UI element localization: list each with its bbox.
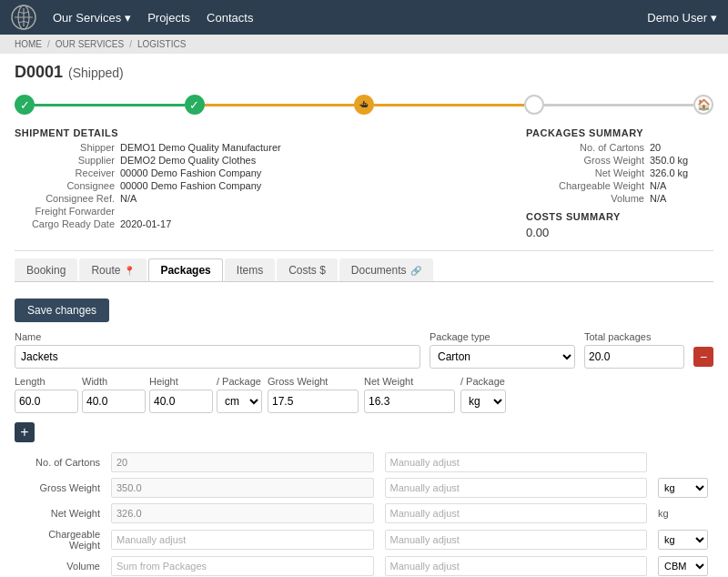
summary-cell-volume-value — [106, 553, 379, 577]
summary-cartons: No. of Cartons 20 — [526, 142, 713, 153]
chevron-down-icon: ▾ — [125, 11, 131, 25]
summary-cell-cartons-adjust — [379, 450, 653, 475]
tab-booking[interactable]: Booking — [15, 258, 77, 281]
form-group-name: Name — [15, 331, 420, 369]
shipment-details-title: SHIPMENT DETAILS — [15, 127, 508, 138]
breadcrumb-logistics[interactable]: LOGISTICS — [137, 39, 186, 49]
length-input[interactable] — [15, 390, 78, 413]
label-length: Length — [15, 376, 76, 387]
user-menu[interactable]: Demo User ▾ — [647, 11, 717, 25]
pin-icon: 📍 — [124, 266, 135, 276]
nav-our-services[interactable]: Our Services ▾ — [53, 11, 131, 25]
step-delivered: 🏠 — [693, 95, 713, 115]
remove-package-button[interactable]: − — [693, 347, 713, 367]
step-line-1 — [35, 104, 185, 106]
check-icon-1: ✓ — [20, 98, 30, 112]
volume-unit-select[interactable]: CBM CFT — [658, 556, 708, 576]
summary-row-volume: Volume CBM CFT — [15, 553, 713, 577]
divider-1 — [15, 250, 713, 251]
link-icon: 🔗 — [410, 266, 421, 276]
gross-weight-input[interactable] — [268, 390, 359, 413]
costs-value: 0.00 — [526, 226, 713, 239]
net-weight-adjust-input[interactable] — [385, 503, 648, 523]
navbar-left: Our Services ▾ Projects Contacts — [11, 5, 253, 30]
summary-label-gross: Gross Weight — [15, 475, 106, 501]
summary-cell-volume-unit: CBM CFT — [652, 553, 713, 577]
gross-weight-value-input[interactable] — [111, 478, 374, 498]
page-status: (Shipped) — [68, 66, 124, 80]
step-arrived — [524, 95, 544, 115]
chargeable-adjust-input[interactable] — [385, 530, 648, 550]
volume-value-input[interactable] — [111, 556, 374, 576]
dim-unit-select[interactable]: cm in — [217, 390, 262, 413]
detail-shipper: Shipper DEMO1 Demo Quality Manufacturer — [15, 142, 508, 153]
summary-cell-chargeable-adjust — [379, 526, 653, 553]
check-icon-2: ✓ — [189, 98, 199, 112]
progress-bar: ✓ ✓ ⛴ 🏠 — [15, 95, 713, 115]
summary-cell-volume-adjust — [379, 553, 653, 577]
tabs: Booking Route 📍 Packages Items Costs $ D… — [15, 258, 713, 282]
summary-label-volume: Volume — [15, 553, 106, 577]
summary-cell-chargeable-unit: kg lb — [652, 526, 713, 553]
costs-summary-title: COSTS SUMMARY — [526, 211, 713, 222]
net-weight-value-input[interactable] — [111, 503, 374, 523]
height-input[interactable] — [149, 390, 213, 413]
gross-unit-select[interactable]: kg lb — [658, 478, 708, 498]
form-group-height: Height — [149, 376, 211, 413]
tab-route[interactable]: Route 📍 — [79, 258, 147, 281]
detail-supplier: Supplier DEMO2 Demo Quality Clothes — [15, 155, 508, 166]
tab-documents[interactable]: Documents 🔗 — [339, 258, 433, 281]
weight-unit-select[interactable]: kg lb — [460, 390, 506, 413]
summary-cell-net-value — [106, 501, 379, 526]
total-packages-input[interactable] — [584, 345, 684, 369]
tab-packages[interactable]: Packages — [148, 258, 222, 281]
detail-consignee-ref: Consignee Ref. N/A — [15, 193, 508, 204]
chargeable-unit-select[interactable]: kg lb — [658, 530, 708, 550]
gross-weight-adjust-input[interactable] — [385, 478, 648, 498]
breadcrumb: HOME / OUR SERVICES / LOGISTICS — [0, 35, 728, 54]
breadcrumb-our-services[interactable]: OUR SERVICES — [56, 39, 124, 49]
summary-row-chargeable: Chargeable Weight kg lb — [15, 526, 713, 553]
summary-label-chargeable: Chargeable Weight — [15, 526, 106, 553]
costs-summary: COSTS SUMMARY 0.00 — [526, 211, 713, 239]
detail-cargo-ready: Cargo Ready Date 2020-01-17 — [15, 218, 508, 229]
package-type-select[interactable]: Carton Pallet Box — [430, 345, 575, 369]
nav-projects[interactable]: Projects — [147, 11, 190, 25]
net-weight-input[interactable] — [364, 390, 455, 413]
form-group-net-weight: Net Weight — [364, 376, 455, 413]
summary-gross: Gross Weight 350.0 kg — [526, 155, 713, 166]
summary-cell-net-unit: kg — [652, 501, 713, 526]
details-section: SHIPMENT DETAILS Shipper DEMO1 Demo Qual… — [15, 127, 713, 239]
home-icon: 🏠 — [697, 98, 711, 111]
width-input[interactable] — [82, 390, 146, 413]
summary-volume: Volume N/A — [526, 193, 713, 204]
label-total-pkg: Total packages — [584, 331, 684, 342]
step-line-3 — [374, 104, 524, 106]
step-booking: ✓ — [15, 95, 35, 115]
shipment-details: SHIPMENT DETAILS Shipper DEMO1 Demo Qual… — [15, 127, 508, 239]
tab-costs[interactable]: Costs $ — [277, 258, 338, 281]
step-line-2 — [205, 104, 355, 106]
label-width: Width — [82, 376, 144, 387]
save-changes-top-button[interactable]: Save changes — [15, 299, 109, 322]
cartons-adjust-input[interactable] — [385, 452, 648, 472]
breadcrumb-home[interactable]: HOME — [15, 39, 42, 49]
summary-label-net: Net Weight — [15, 501, 106, 526]
chargeable-value-input[interactable] — [111, 530, 374, 550]
add-package-row-button[interactable]: + — [15, 422, 35, 442]
label-per-pkg-1: / Package — [217, 376, 262, 387]
form-group-total-pkg: Total packages — [584, 331, 684, 369]
summary-cell-gross-unit: kg lb — [652, 475, 713, 501]
label-gross-weight: Gross Weight — [268, 376, 359, 387]
step-shipped: ⛴ — [354, 95, 374, 115]
label-per-pkg-2: / Package — [460, 376, 506, 387]
tab-items[interactable]: Items — [225, 258, 275, 281]
form-group-length: Length — [15, 376, 76, 413]
volume-adjust-input[interactable] — [385, 556, 648, 576]
package-name-input[interactable] — [15, 345, 420, 369]
main-content: D0001 (Shipped) ✓ ✓ ⛴ 🏠 SHIPMENT DETAILS — [0, 54, 728, 577]
cartons-value-input[interactable] — [111, 452, 374, 472]
form-group-pkg-type: Package type Carton Pallet Box — [430, 331, 575, 369]
detail-freight: Freight Forwarder — [15, 206, 508, 217]
nav-contacts[interactable]: Contacts — [207, 11, 253, 25]
